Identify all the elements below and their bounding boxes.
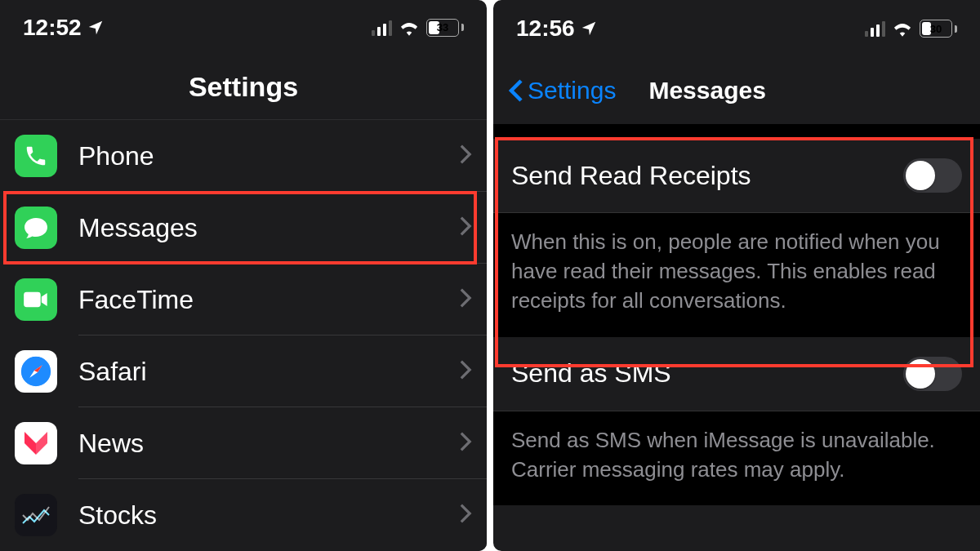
row-label: Send as SMS: [511, 358, 903, 389]
messages-settings-screen: 12:56 30 Settings: [493, 0, 980, 551]
svg-rect-0: [24, 292, 41, 307]
row-label: Stocks: [78, 500, 459, 531]
send-read-receipts-row[interactable]: Send Read Receipts: [493, 139, 980, 212]
battery-indicator: 33: [426, 19, 464, 37]
read-receipts-toggle[interactable]: [903, 158, 962, 193]
page-title: Messages: [648, 77, 765, 104]
facetime-icon: [15, 278, 57, 321]
chevron-right-icon: [459, 503, 472, 527]
back-label: Settings: [528, 77, 616, 104]
wifi-icon: [399, 20, 420, 36]
status-bar: 12:52 33: [0, 0, 487, 56]
nav-header: Settings Messages: [493, 57, 980, 124]
chevron-right-icon: [459, 431, 472, 455]
status-time: 12:56: [516, 16, 575, 42]
settings-row-stocks[interactable]: Stocks: [0, 479, 487, 551]
row-label: News: [78, 429, 459, 459]
settings-row-safari[interactable]: Safari: [0, 335, 487, 407]
battery-indicator: 30: [920, 20, 957, 38]
chevron-right-icon: [459, 216, 472, 240]
settings-row-messages[interactable]: Messages: [0, 192, 487, 264]
messages-icon: [15, 207, 57, 249]
send-sms-section: Send as SMS Send as SMS when iMessage is…: [493, 337, 980, 506]
stocks-icon: [15, 494, 57, 536]
phone-icon: [15, 135, 57, 177]
wifi-icon: [892, 20, 913, 37]
page-title: Settings: [0, 71, 487, 103]
send-as-sms-row[interactable]: Send as SMS: [493, 337, 980, 411]
location-icon: [580, 20, 598, 38]
news-icon: [15, 422, 57, 464]
chevron-right-icon: [459, 144, 472, 168]
read-receipts-section: Send Read Receipts When this is on, peop…: [493, 139, 980, 337]
row-label: Phone: [78, 141, 459, 171]
send-as-sms-description: Send as SMS when iMessage is unavailable…: [493, 411, 980, 506]
status-bar: 12:56 30: [493, 0, 980, 57]
settings-row-news[interactable]: News: [0, 407, 487, 479]
settings-list-screen: 12:52 33 Settings: [0, 0, 487, 551]
location-icon: [87, 19, 105, 37]
read-receipts-description: When this is on, people are notified whe…: [493, 213, 980, 337]
settings-list[interactable]: Phone Messages FaceTime: [0, 120, 487, 551]
cellular-signal-icon: [865, 20, 885, 37]
back-button[interactable]: Settings: [508, 77, 616, 104]
settings-row-facetime[interactable]: FaceTime: [0, 264, 487, 335]
row-label: Safari: [78, 357, 459, 387]
settings-row-phone[interactable]: Phone: [0, 120, 487, 192]
row-label: FaceTime: [78, 285, 459, 315]
safari-icon: [15, 350, 57, 393]
status-time: 12:52: [23, 15, 82, 41]
nav-header: Settings: [0, 56, 487, 120]
row-label: Send Read Receipts: [511, 161, 903, 191]
chevron-right-icon: [459, 287, 472, 312]
row-label: Messages: [78, 213, 459, 243]
send-as-sms-toggle[interactable]: [903, 357, 962, 391]
chevron-right-icon: [459, 359, 472, 384]
cellular-signal-icon: [372, 20, 392, 36]
